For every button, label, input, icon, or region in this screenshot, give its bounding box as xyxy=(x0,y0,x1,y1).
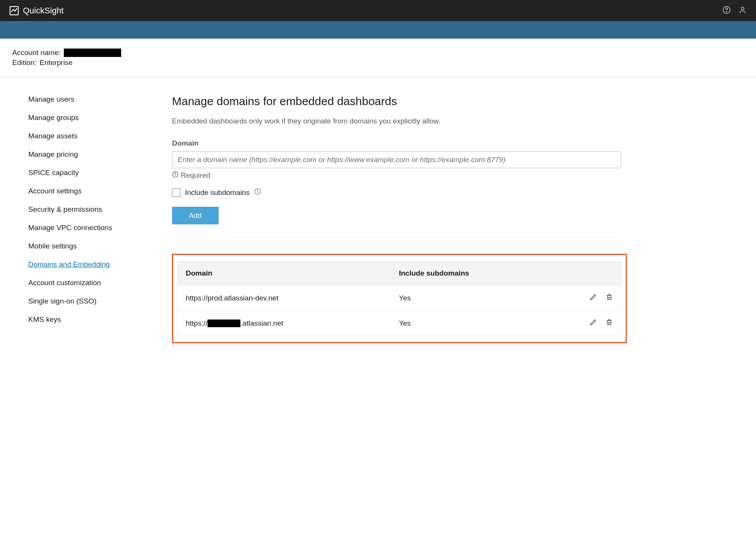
domain-redacted xyxy=(208,320,240,327)
quicksight-logo-icon xyxy=(9,6,19,16)
include-subdomains-checkbox[interactable] xyxy=(172,188,180,197)
delete-icon[interactable] xyxy=(605,293,613,303)
svg-point-3 xyxy=(741,7,744,10)
required-text: Required xyxy=(181,171,210,180)
brand[interactable]: QuickSight xyxy=(9,6,63,16)
sidebar-item-spice-capacity[interactable]: SPICE capacity xyxy=(0,164,138,182)
svg-point-2 xyxy=(726,11,727,11)
page-description: Embedded dashboards only work if they or… xyxy=(172,117,743,125)
col-header-actions xyxy=(568,261,622,286)
section-divider xyxy=(172,237,621,237)
top-right-icons xyxy=(722,6,747,16)
sidebar-item-manage-vpc[interactable]: Manage VPC connections xyxy=(0,219,138,237)
sidebar-item-manage-users[interactable]: Manage users xyxy=(0,90,138,109)
sidebar-item-manage-assets[interactable]: Manage assets xyxy=(0,127,138,145)
cell-domain: https://.atlassian.net xyxy=(177,311,391,336)
col-header-domain: Domain xyxy=(177,261,391,286)
cell-include-sub: Yes xyxy=(391,286,568,311)
cell-domain: https://prod.atlassian-dev.net xyxy=(177,286,391,311)
cell-include-sub: Yes xyxy=(391,311,568,336)
info-icon[interactable] xyxy=(254,188,261,197)
user-icon[interactable] xyxy=(738,6,747,16)
top-bar: QuickSight xyxy=(0,0,756,21)
edition-label: Edition: xyxy=(12,58,36,67)
sidebar-item-kms-keys[interactable]: KMS keys xyxy=(0,310,138,329)
help-icon[interactable] xyxy=(722,6,731,16)
table-row: https://prod.atlassian-dev.net Yes xyxy=(177,286,622,311)
sidebar-item-domains-embedding[interactable]: Domains and Embedding xyxy=(0,255,138,274)
table-row: https://.atlassian.net Yes xyxy=(177,311,622,336)
edit-icon[interactable] xyxy=(589,293,597,303)
col-header-subdomains: Include subdomains xyxy=(391,261,568,286)
account-name-redacted xyxy=(64,49,121,57)
page-title: Manage domains for embedded dashboards xyxy=(172,95,743,108)
include-subdomains-label: Include subdomains xyxy=(185,188,250,197)
edition-value: Enterprise xyxy=(39,58,73,67)
account-info: Account name: Edition: Enterprise xyxy=(0,39,756,77)
sidebar-item-mobile-settings[interactable]: Mobile settings xyxy=(0,237,138,255)
sidebar-item-account-customization[interactable]: Account customization xyxy=(0,274,138,292)
edit-icon[interactable] xyxy=(589,318,597,328)
required-row: Required xyxy=(172,171,743,180)
svg-point-6 xyxy=(175,173,175,173)
sidebar-item-sso[interactable]: Single sign-on (SSO) xyxy=(0,292,138,310)
domains-table-highlight: Domain Include subdomains https://prod.a… xyxy=(172,254,627,343)
domains-table: Domain Include subdomains https://prod.a… xyxy=(177,261,622,336)
sidebar-item-manage-groups[interactable]: Manage groups xyxy=(0,109,138,127)
domain-input[interactable] xyxy=(172,151,621,168)
add-button[interactable]: Add xyxy=(172,207,219,224)
main-content: Manage domains for embedded dashboards E… xyxy=(138,77,756,359)
sidebar-item-manage-pricing[interactable]: Manage pricing xyxy=(0,145,138,164)
brand-name: QuickSight xyxy=(23,6,63,16)
account-name-label: Account name: xyxy=(12,49,61,57)
sub-header xyxy=(0,21,756,39)
info-icon xyxy=(172,171,178,180)
sidebar-item-security-permissions[interactable]: Security & permissions xyxy=(0,200,138,219)
domain-input-label: Domain xyxy=(172,139,743,148)
svg-point-9 xyxy=(257,190,258,191)
sidebar-nav: Manage users Manage groups Manage assets… xyxy=(0,77,138,359)
sidebar-item-account-settings[interactable]: Account settings xyxy=(0,182,138,200)
delete-icon[interactable] xyxy=(605,318,613,328)
